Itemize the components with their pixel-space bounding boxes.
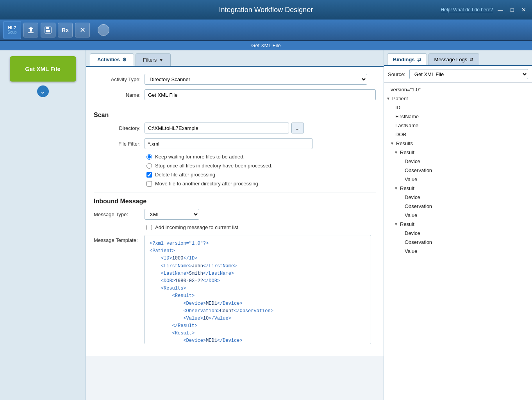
scan-radio-group: Keep waiting for more files to be added.… xyxy=(146,154,376,169)
tree-result-2[interactable]: ▼ Result xyxy=(384,184,532,193)
tree-id[interactable]: ID xyxy=(384,103,532,112)
app-logo[interactable]: HL7 Soup xyxy=(3,21,21,39)
tree-r2-value[interactable]: Value xyxy=(384,211,532,220)
svg-rect-0 xyxy=(28,32,34,33)
radio-keep-waiting[interactable]: Keep waiting for more files to be added. xyxy=(146,154,376,160)
activity-type-row: Activity Type: Directory Scanner xyxy=(94,74,376,85)
source-select[interactable]: Get XML File xyxy=(409,69,528,79)
right-tabs: Bindings ⇄ Message Logs ↺ xyxy=(384,50,532,66)
radio-keep-waiting-input[interactable] xyxy=(146,154,152,160)
tree-version-text: version="1.0" xyxy=(389,86,422,93)
app-title: Integration Workflow Designer xyxy=(219,6,313,14)
toolbar: HL7 Soup Rx ✕ xyxy=(0,20,532,41)
name-label: Name: xyxy=(94,92,141,98)
tab-bindings[interactable]: Bindings ⇄ xyxy=(387,53,427,65)
window-close-button[interactable]: ✕ xyxy=(520,5,528,14)
subtitle-text: Get XML File xyxy=(251,43,280,48)
tree-id-label: ID xyxy=(394,104,402,111)
tree-r3-value[interactable]: Value xyxy=(384,247,532,256)
tree-version[interactable]: version="1.0" xyxy=(384,85,532,94)
divider-1 xyxy=(94,106,376,106)
tree-firstname[interactable]: FirstName xyxy=(384,112,532,121)
tree-firstname-label: FirstName xyxy=(394,113,420,120)
tree-r2-device[interactable]: Device xyxy=(384,193,532,202)
tree-r2-observation-label: Observation xyxy=(403,203,433,210)
checkbox-add-to-list-label: Add incoming message to current list xyxy=(155,224,238,230)
checkbox-add-to-list[interactable]: Add incoming message to current list xyxy=(146,224,376,230)
tree-r1-observation[interactable]: Observation xyxy=(384,166,532,175)
scan-checkbox-group: Delete file after processing Move file t… xyxy=(146,172,376,187)
checkbox-delete[interactable]: Delete file after processing xyxy=(146,172,376,178)
tree-lastname[interactable]: LastName xyxy=(384,121,532,130)
subtitle-bar: Get XML File xyxy=(0,41,532,50)
new-workflow-button[interactable] xyxy=(23,23,38,37)
tree-r3-observation[interactable]: Observation xyxy=(384,238,532,247)
help-link[interactable]: Help! What do I do here? xyxy=(441,7,493,12)
save-button[interactable] xyxy=(41,23,55,37)
tab-activities[interactable]: Activities ⚙ xyxy=(90,53,134,66)
tree-r2-value-label: Value xyxy=(403,212,418,219)
scan-section-title: Scan xyxy=(94,112,376,119)
close-workflow-button[interactable]: ✕ xyxy=(75,23,90,37)
workflow-node[interactable]: Get XML File xyxy=(10,56,76,82)
message-type-row: Message Type: XML HL7 JSON xyxy=(94,209,376,220)
checkbox-delete-label: Delete file after processing xyxy=(155,172,215,178)
tree-r2-device-label: Device xyxy=(403,194,421,201)
file-filter-row: File Filter: xyxy=(94,138,376,149)
checkbox-add-to-list-input[interactable] xyxy=(146,225,152,230)
tree-result-3[interactable]: ▼ Result xyxy=(384,220,532,229)
message-template-box[interactable]: <?xml version="1.0"?> <Patient> <ID>1000… xyxy=(145,235,371,344)
minimize-button[interactable]: — xyxy=(496,5,505,14)
template-row: Message Template: <?xml version="1.0"?> … xyxy=(94,235,376,344)
tree-lastname-label: LastName xyxy=(394,122,420,129)
center-panel: Activities ⚙ Filters ▼ Activity Type: Di… xyxy=(86,50,384,400)
bindings-tree: version="1.0" ▼ Patient ID xyxy=(384,83,532,400)
left-panel: Get XML File ⌄ xyxy=(0,50,86,400)
tree-result2-label: Result xyxy=(399,185,416,192)
tree-r1-observation-label: Observation xyxy=(403,167,433,174)
tree-result3-label: Result xyxy=(399,221,416,228)
workflow-node-label: Get XML File xyxy=(25,66,61,72)
tree-r3-observation-label: Observation xyxy=(403,239,433,245)
tree-patient-label: Patient xyxy=(391,95,409,102)
checkbox-move[interactable]: Move file to another directory after pro… xyxy=(146,181,376,187)
activity-type-label: Activity Type: xyxy=(94,76,141,82)
tree-r2-observation[interactable]: Observation xyxy=(384,202,532,211)
tree-dob-label: DOB xyxy=(394,131,407,138)
tree-results[interactable]: ▼ Results xyxy=(384,139,532,148)
radio-stop-once[interactable]: Stop once all files in directory have be… xyxy=(146,163,376,169)
checkbox-move-input[interactable] xyxy=(146,181,152,187)
file-filter-input[interactable] xyxy=(145,138,312,149)
tree-r1-device[interactable]: Device xyxy=(384,157,532,166)
tree-patient-arrow: ▼ xyxy=(386,96,391,101)
checkbox-delete-input[interactable] xyxy=(146,172,152,178)
name-input[interactable] xyxy=(145,89,376,100)
directory-input-row: ... xyxy=(145,123,304,133)
directory-input[interactable] xyxy=(145,123,289,133)
radio-stop-once-input[interactable] xyxy=(146,163,152,169)
source-row: Source: Get XML File xyxy=(384,66,532,83)
tree-result1-label: Result xyxy=(399,149,416,156)
tree-dob[interactable]: DOB xyxy=(384,130,532,139)
name-row: Name: xyxy=(94,89,376,100)
tree-patient[interactable]: ▼ Patient xyxy=(384,94,532,103)
tab-activities-label: Activities xyxy=(97,57,120,62)
message-type-select[interactable]: XML HL7 JSON xyxy=(145,209,199,220)
tree-result-1[interactable]: ▼ Result xyxy=(384,148,532,157)
tab-message-logs[interactable]: Message Logs ↺ xyxy=(428,53,480,65)
tree-r1-value[interactable]: Value xyxy=(384,175,532,184)
inbound-section-title: Inbound Message xyxy=(94,198,376,205)
title-bar: Integration Workflow Designer Help! What… xyxy=(0,0,532,20)
browse-button[interactable]: ... xyxy=(291,123,304,133)
tab-message-logs-label: Message Logs xyxy=(434,57,468,62)
rx-button[interactable]: Rx xyxy=(58,23,73,37)
tree-r3-value-label: Value xyxy=(403,248,418,254)
checkbox-move-label: Move file to another directory after pro… xyxy=(155,181,258,187)
activity-type-select[interactable]: Directory Scanner xyxy=(145,74,367,85)
maximize-button[interactable]: □ xyxy=(508,5,516,14)
add-node-button[interactable]: ⌄ xyxy=(37,85,49,97)
tab-filters[interactable]: Filters ▼ xyxy=(136,53,171,66)
radio-keep-waiting-label: Keep waiting for more files to be added. xyxy=(155,154,245,160)
tree-r3-device[interactable]: Device xyxy=(384,229,532,238)
directory-row: Directory: ... xyxy=(94,123,376,133)
